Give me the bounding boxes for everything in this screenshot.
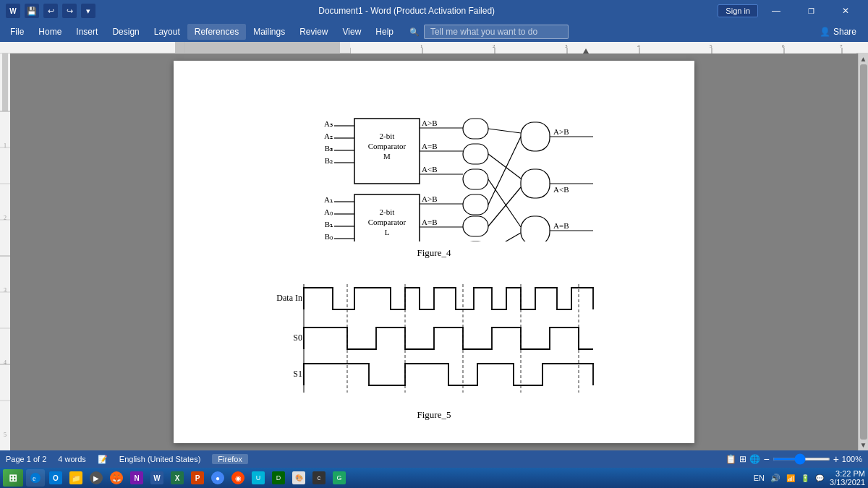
svg-text:S1: S1 [293, 369, 302, 379]
save-button[interactable]: 💾 [25, 4, 39, 18]
figure5-section: Data In S0 S1 [210, 273, 658, 421]
tell-me-input[interactable] [424, 25, 569, 39]
taskbar-app4[interactable]: D [269, 469, 288, 487]
ruler-body: 1 2 3 4 5 6 7 [350, 42, 868, 53]
taskbar: ⊞ e O 📁 ▶ 🦊 N W X P ● ◉ [0, 468, 868, 488]
menu-layout[interactable]: Layout [147, 24, 187, 40]
sign-in-button[interactable]: Sign in [718, 4, 758, 17]
zoom-in-button[interactable]: + [833, 453, 839, 465]
language-indicator: EN [754, 474, 765, 482]
clock: 3:22 PM 3/13/2021 [830, 469, 865, 487]
search-icon: 🔍 [409, 27, 420, 37]
svg-text:A>B: A>B [553, 127, 569, 136]
svg-rect-69 [463, 119, 488, 139]
taskbar-media[interactable]: ▶ [87, 469, 106, 487]
svg-text:B₀: B₀ [325, 232, 333, 241]
taskbar-app2[interactable]: ◉ [229, 469, 247, 487]
word-icon: W [6, 4, 20, 18]
taskbar-word[interactable]: W [148, 469, 166, 487]
time: 3:22 PM [830, 469, 865, 478]
start-button[interactable]: ⊞ [3, 469, 23, 487]
scroll-up-button[interactable]: ▲ [860, 55, 867, 63]
figure4-svg: 2-bit Comparator M A₃ A₂ B₃ B₂ [210, 75, 658, 241]
tell-me-container: 🔍 [409, 25, 569, 39]
view-web-icon[interactable]: 🌐 [749, 454, 760, 464]
network-icon[interactable]: 📶 [786, 474, 795, 482]
menu-home[interactable]: Home [31, 24, 69, 40]
svg-text:6: 6 [782, 43, 785, 49]
svg-text:Data In: Data In [276, 293, 302, 303]
vertical-scrollbar[interactable]: ▲ ▼ [858, 53, 868, 450]
minimize-button[interactable]: — [760, 0, 793, 22]
svg-text:5: 5 [4, 432, 7, 438]
taskbar-app6[interactable]: G [330, 469, 349, 487]
battery-icon[interactable]: 🔋 [801, 474, 809, 482]
svg-text:Comparator: Comparator [368, 142, 407, 150]
taskbar-powerpoint[interactable]: P [188, 469, 207, 487]
menu-view[interactable]: View [336, 24, 369, 40]
svg-text:A>B: A>B [422, 119, 437, 127]
figure5-svg: Data In S0 S1 [260, 273, 608, 403]
svg-text:A<B: A<B [553, 185, 569, 194]
document-page: 2-bit Comparator M A₃ A₂ B₃ B₂ [174, 61, 694, 443]
menu-review[interactable]: Review [292, 24, 335, 40]
svg-rect-33 [354, 119, 420, 184]
share-icon: 👤 [820, 27, 830, 37]
view-print-icon[interactable]: 📋 [726, 454, 736, 464]
title-bar: W 💾 ↩ ↪ ▾ Document1 - Word (Product Acti… [0, 0, 868, 22]
svg-line-78 [488, 129, 521, 133]
svg-text:B₂: B₂ [325, 156, 333, 165]
svg-text:1: 1 [4, 142, 7, 149]
taskbar-excel[interactable]: X [168, 469, 187, 487]
close-button[interactable]: ✕ [829, 0, 862, 22]
svg-text:A>B: A>B [422, 194, 437, 203]
taskbar-firefox[interactable]: 🦊 [107, 469, 126, 487]
language-status: English (United States) [119, 455, 201, 463]
svg-text:e: e [33, 474, 36, 482]
taskbar-edge[interactable]: e [26, 469, 45, 487]
taskbar-chrome[interactable]: ● [208, 469, 227, 487]
menu-mailings[interactable]: Mailings [246, 24, 292, 40]
svg-text:3: 3 [565, 43, 568, 49]
status-bar: Page 1 of 2 4 words 📝 English (United St… [0, 450, 868, 468]
svg-text:A=B: A=B [422, 218, 437, 226]
date: 3/13/2021 [830, 478, 865, 487]
svg-text:B₃: B₃ [325, 144, 333, 153]
view-full-icon[interactable]: ⊞ [739, 454, 746, 464]
taskbar-onenote[interactable]: N [127, 469, 146, 487]
ruler-svg: 1 2 3 4 5 6 7 [350, 42, 856, 53]
svg-text:Comparator: Comparator [368, 218, 407, 226]
taskbar-outlook[interactable]: O [46, 469, 65, 487]
zoom-slider[interactable] [773, 458, 830, 461]
menu-file[interactable]: File [3, 24, 31, 40]
taskbar-app3[interactable]: U [249, 469, 268, 487]
notifications-icon[interactable]: 💬 [815, 474, 824, 482]
menu-design[interactable]: Design [105, 24, 146, 40]
taskbar-explorer[interactable]: 📁 [67, 469, 85, 487]
scroll-down-button[interactable]: ▼ [860, 441, 867, 449]
svg-text:4: 4 [4, 359, 7, 366]
taskbar-app5[interactable]: c [310, 469, 328, 487]
undo-button[interactable]: ↩ [43, 4, 58, 18]
zoom-out-button[interactable]: − [763, 453, 769, 465]
svg-rect-73 [463, 169, 488, 189]
taskbar-paint[interactable]: 🎨 [289, 469, 308, 487]
share-button[interactable]: 👤 Share [811, 24, 865, 40]
restore-button[interactable]: ❐ [794, 0, 827, 22]
customize-button[interactable]: ▾ [81, 4, 95, 18]
scroll-thumb[interactable] [860, 64, 867, 440]
main-wrapper: 1 2 3 4 5 6 7 [0, 42, 868, 450]
title-left-controls: W 💾 ↩ ↪ ▾ [6, 4, 95, 18]
svg-rect-75 [521, 122, 550, 151]
left-margin-ruler: 1 2 3 4 5 [0, 53, 10, 450]
redo-button[interactable]: ↪ [62, 4, 77, 18]
svg-text:M: M [383, 152, 391, 160]
volume-icon[interactable]: 🔊 [770, 474, 780, 483]
menu-help[interactable]: Help [368, 24, 401, 40]
svg-rect-71 [463, 144, 488, 164]
svg-rect-77 [521, 216, 550, 241]
menu-insert[interactable]: Insert [69, 24, 105, 40]
menu-references[interactable]: References [187, 24, 246, 40]
svg-text:A₁: A₁ [324, 195, 333, 204]
svg-text:A₀: A₀ [324, 207, 333, 216]
